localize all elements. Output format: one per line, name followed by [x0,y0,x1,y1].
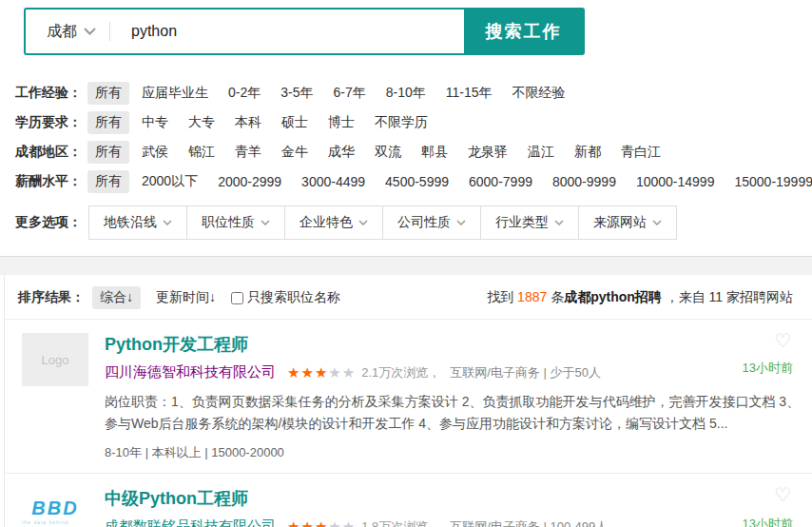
filter-option[interactable]: 所有 [87,111,129,134]
stars-empty: ★★ [328,364,356,381]
filter-option[interactable]: 6-7年 [325,82,373,105]
job-card: BBD the data behind decision 中级Python工程师… [5,474,812,527]
filter-option[interactable]: 龙泉驿 [460,141,515,164]
filter-label: 成都地区： [15,144,82,161]
chevron-down-icon [652,220,662,225]
dropdown-company-feature[interactable]: 企业特色 [284,205,383,240]
filter-option[interactable]: 郫县 [414,141,455,164]
filter-option[interactable]: 3-5年 [273,82,320,105]
summary-middle: 条 [547,289,564,304]
filter-option[interactable]: 硕士 [274,111,316,134]
dropdown-label: 职位性质 [202,214,255,231]
filter-option[interactable]: 15000-19999 [726,171,812,192]
company-link[interactable]: 成都数联铭品科技有限公司 [105,517,276,527]
dropdown-company-type[interactable]: 公司性质 [382,205,481,240]
title-only-label: 只搜索职位名称 [247,289,340,306]
filter-option[interactable]: 0-2年 [221,82,268,105]
stars-filled: ★★★ [287,364,328,381]
filter-option[interactable]: 中专 [134,111,176,134]
dropdown-industry[interactable]: 行业类型 [480,205,579,240]
dropdown-label: 公司性质 [397,214,451,231]
filter-option[interactable]: 10000-14999 [628,171,723,192]
filter-option[interactable]: 金牛 [274,141,316,164]
dropdown-label: 企业特色 [300,214,353,231]
filter-option[interactable]: 青羊 [227,141,269,164]
job-body: 中级Python工程师 成都数联铭品科技有限公司 ★★★★★ 1.8万次浏览， … [105,487,707,527]
filter-option[interactable]: 新都 [567,141,609,164]
filter-option[interactable]: 6000-7999 [461,171,540,192]
job-body: Python开发工程师 四川海德智和科技有限公司 ★★★★★ 2.1万次浏览， … [105,333,707,461]
sort-option-update-time[interactable]: 更新时间↓ [148,286,223,309]
filters-panel: 工作经验： 所有 应届毕业生 0-2年 3-5年 6-7年 8-10年 11-1… [0,55,812,240]
filter-option[interactable]: 所有 [87,82,129,105]
filter-option[interactable]: 应届毕业生 [134,82,216,105]
rating-stars-icon: ★★★★★ [287,364,356,381]
company-row: 成都数联铭品科技有限公司 ★★★★★ 1.8万次浏览， 互联网/电子商务 | 1… [105,517,707,527]
dropdown-job-nature[interactable]: 职位性质 [186,205,285,240]
sort-option-comprehensive[interactable]: 综合↓ [92,286,141,309]
job-title-link[interactable]: Python开发工程师 [105,333,248,356]
search-jobs-button[interactable]: 搜索工作 [464,10,583,53]
favorite-heart-icon[interactable]: ♡ [774,485,791,504]
filter-option[interactable]: 8-10年 [378,82,434,105]
filter-option[interactable]: 大专 [181,111,222,134]
search-keyword: 成都python招聘 [564,289,662,304]
filter-option[interactable]: 青白江 [613,141,668,164]
filter-option[interactable]: 温江 [520,141,562,164]
result-summary: 找到 1887 条成都python招聘 ，来自 11 家招聘网站 [487,289,793,306]
filter-option[interactable]: 3000-4499 [294,171,373,192]
dropdown-label: 行业类型 [495,214,549,231]
search-input[interactable] [110,10,464,53]
filter-option[interactable]: 武侯 [134,141,176,164]
logo-subtext: the data behind decision [22,519,88,527]
title-only-checkbox[interactable] [231,292,243,304]
filter-option[interactable]: 所有 [87,141,129,164]
search-section: 成都 搜索工作 [0,0,812,55]
filter-row-district: 成都地区： 所有 武侯 锦江 青羊 金牛 成华 双流 郫县 龙泉驿 温江 新都 … [15,137,812,166]
stars-filled: ★★★ [287,518,328,527]
filter-option[interactable]: 2000-2999 [210,171,289,192]
city-select[interactable]: 成都 [26,10,109,53]
filter-row-salary: 薪酬水平： 所有 2000以下 2000-2999 3000-4499 4500… [15,166,812,196]
job-search-page: 成都 搜索工作 工作经验： 所有 应届毕业生 0-2年 3-5年 6-7年 8-… [0,0,812,527]
filter-label: 更多选项： [15,214,82,231]
company-logo[interactable]: BBD the data behind decision [22,487,88,527]
view-count: 1.8万次浏览， [361,518,440,527]
filter-option[interactable]: 双流 [367,141,409,164]
filter-option[interactable]: 锦江 [181,141,222,164]
dropdown-subway-line[interactable]: 地铁沿线 [88,205,187,240]
logo-placeholder-text: Logo [42,353,69,367]
filter-option[interactable]: 成华 [320,141,362,164]
filter-option[interactable]: 本科 [227,111,269,134]
dropdown-label: 来源网站 [593,214,647,231]
more-options-group: 地铁沿线 职位性质 企业特色 公司性质 行业类型 [89,205,677,240]
filter-option[interactable]: 8000-9999 [545,171,624,192]
job-title-link[interactable]: 中级Python工程师 [105,487,248,510]
filter-option[interactable]: 不限学历 [367,111,435,134]
company-row: 四川海德智和科技有限公司 ★★★★★ 2.1万次浏览， 互联网/电子商务 | 少… [105,363,707,381]
chevron-down-icon [554,220,564,225]
posted-time: 13小时前 [743,360,793,377]
rating-stars-icon: ★★★★★ [287,518,356,527]
chevron-down-icon [84,28,96,35]
company-link[interactable]: 四川海德智和科技有限公司 [105,363,276,381]
chevron-down-icon [358,220,368,225]
filter-option[interactable]: 4500-5999 [377,171,456,192]
favorite-heart-icon[interactable]: ♡ [774,331,791,350]
search-bar: 成都 搜索工作 [24,8,585,55]
filter-option[interactable]: 2000以下 [134,170,205,193]
dropdown-source-site[interactable]: 来源网站 [578,205,677,240]
filter-option[interactable]: 博士 [320,111,362,134]
filter-option[interactable]: 不限经验 [505,82,573,105]
posted-time: 13小时前 [743,516,793,527]
summary-prefix: 找到 [487,289,517,304]
section-divider-band [0,256,812,275]
chevron-down-icon [456,220,466,225]
summary-suffix: ，来自 11 家招聘网站 [662,289,793,304]
filter-option[interactable]: 所有 [87,170,129,193]
title-only-filter[interactable]: 只搜索职位名称 [231,289,340,306]
filter-option[interactable]: 11-15年 [438,82,500,105]
job-card: Logo Python开发工程师 四川海德智和科技有限公司 ★★★★★ 2.1万… [5,320,812,473]
company-logo[interactable]: Logo [22,333,88,386]
chevron-down-icon [261,220,270,225]
